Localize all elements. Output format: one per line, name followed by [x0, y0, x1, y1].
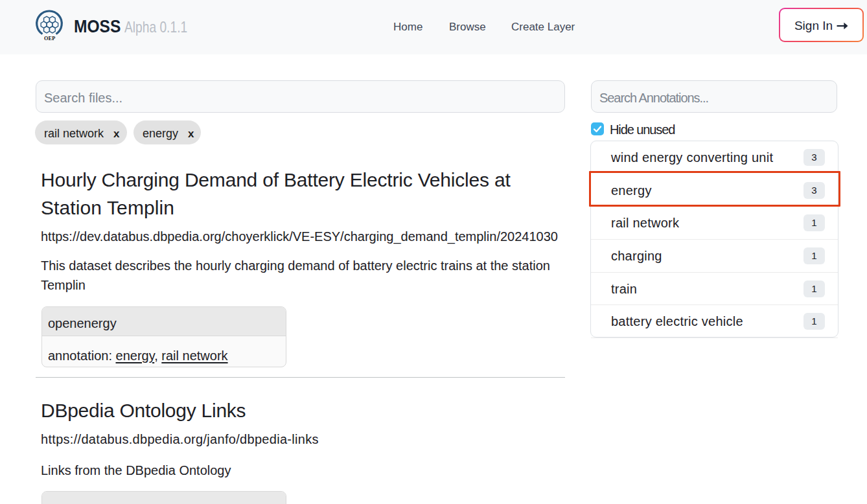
svg-text:OEP: OEP	[44, 36, 56, 41]
